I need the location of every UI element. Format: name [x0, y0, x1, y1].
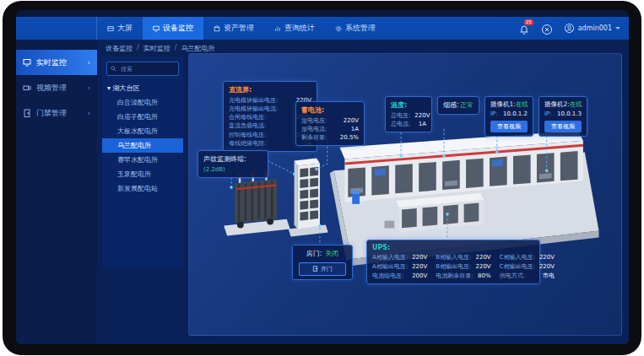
tab-device-monitoring[interactable]: 设备监控	[143, 17, 203, 40]
camera1-status: 在线	[516, 100, 528, 110]
tab-asset-management[interactable]: 资产管理	[203, 17, 264, 40]
camera1-view-video-button[interactable]: 查看视频	[490, 121, 528, 132]
camera2-ip-label: IP:	[544, 110, 552, 118]
dc-row-label: 控制母线电压:	[229, 131, 266, 139]
battery-row-value: 1A	[351, 125, 359, 133]
tab-system-management[interactable]: 系统管理	[325, 17, 386, 40]
open-door-label: 开门	[321, 265, 333, 273]
device-bezel: 大屏 设备监控 资产管理 查询统计 系统管理 25	[3, 1, 641, 355]
avatar-icon	[564, 23, 575, 34]
smoke-status: 正常	[460, 100, 474, 111]
tree-item[interactable]: 赛罕水配电所	[102, 153, 183, 167]
camera2-status: 在线	[570, 100, 582, 110]
dc-panel-title: 直流屏:	[229, 85, 311, 94]
fullscreen-button[interactable]	[541, 23, 553, 35]
camera1-ip-label: IP:	[490, 110, 498, 118]
floor-device-blue-top	[352, 191, 360, 194]
noise-title: 声纹监测终端:	[203, 154, 262, 164]
open-door-button[interactable]: 开门	[299, 262, 346, 276]
sidebar-item-label: 视频管理	[36, 83, 67, 94]
dc-row-label: 充电模块输出电压:	[229, 96, 278, 105]
ups-supply-mode-value: 市电	[543, 272, 555, 280]
temp-row-label: 总电流:	[391, 120, 410, 128]
temperature-title: 温度:	[391, 100, 426, 110]
camera2-view-video-button[interactable]: 查看视频	[544, 121, 582, 132]
ups-cell-label: C相输入电压:	[500, 253, 535, 262]
chevron-right-icon: ›	[88, 110, 90, 117]
battery-row-label: 放电电压:	[301, 116, 327, 125]
tree-item[interactable]: 白庙子配电所	[102, 110, 183, 124]
tree-item[interactable]: 大板水配电所	[102, 124, 183, 138]
temp-row-value: 220V	[414, 111, 430, 120]
dc-row-label: 充电模块输出电流:	[229, 105, 278, 113]
ups-cell-value: 200V	[412, 272, 427, 280]
search-icon	[111, 66, 116, 72]
tree-root-node[interactable]: ▾ 湖大台区	[102, 81, 183, 95]
breadcrumb-item[interactable]: 乌兰配电所	[181, 44, 214, 53]
ups-cell-label: 供电方式:	[500, 272, 525, 280]
ups-grid: A相输入电压:220V B相输入电压:220V C相输入电压:220V A相输出…	[372, 253, 534, 280]
door-label: 房门:	[306, 249, 322, 259]
sidebar-item-realtime-monitoring[interactable]: 实时监控 ›	[16, 50, 97, 75]
room-visualization-panel: 直流屏: 充电模块输出电压:220V 充电模块输出电流:3A 合闸母线电压:20…	[188, 53, 622, 336]
ups-cell-value: 220V	[475, 253, 490, 262]
tree-item[interactable]: 玉泉配电所	[102, 167, 183, 181]
sidebar-item-label: 实时监控	[36, 57, 67, 68]
breadcrumb-item[interactable]: 设备监控	[106, 44, 133, 53]
open-door-icon	[312, 266, 318, 272]
ups-cell-value: 220V	[539, 262, 555, 271]
ups-cell-label: A相输入电压:	[372, 253, 408, 262]
chart-icon	[274, 25, 281, 32]
tree-root-label: 湖大台区	[113, 84, 140, 92]
tab-label: 系统管理	[345, 23, 376, 34]
camera2-ip: 10.0.1.3	[557, 110, 582, 118]
transformer	[224, 169, 290, 235]
ups-title: UPS:	[372, 244, 534, 251]
ups-cell-label: A相输出电压:	[372, 262, 408, 271]
battery-title: 蓄电池:	[301, 105, 359, 115]
search-input[interactable]	[119, 65, 175, 73]
battery-row-label: 放电电流:	[301, 125, 327, 133]
dc-row-label: 母线绝缘电阻:	[229, 139, 266, 148]
sidebar-item-label: 门禁管理	[36, 108, 67, 119]
notifications-button[interactable]: 25	[518, 23, 530, 35]
callout-camera-1: 摄像机1:在线 IP:10.0.1.2 查看视频	[484, 96, 533, 137]
user-menu[interactable]: admin001	[564, 23, 620, 34]
callout-temperature: 温度: 总电压:220V 总电流:1A	[385, 96, 432, 132]
tree-search[interactable]	[106, 62, 179, 76]
callout-camera-2: 摄像机2:在线 IP:10.0.1.3 查看视频	[538, 96, 587, 137]
username: admin001	[578, 24, 612, 32]
floor-device-gray	[384, 221, 394, 229]
breadcrumb-item[interactable]: 实时监控	[143, 44, 170, 53]
callout-smoke-sensor: 烟感:正常	[437, 96, 479, 115]
ups-cell-label: 电池组电压:	[372, 272, 403, 280]
logo-zone	[16, 17, 97, 40]
body: 实时监控 › 视频管理 › 门禁管理 › 设备监控 / 实时监控 / 乌兰配电所	[16, 40, 629, 344]
chevron-down-icon	[615, 27, 620, 30]
chevron-right-icon: ›	[88, 59, 90, 67]
tree-item[interactable]: 新发展配电站	[102, 181, 183, 196]
tab-query-statistics[interactable]: 查询统计	[264, 17, 325, 40]
tree-item-selected[interactable]: 乌兰配电所	[102, 138, 183, 153]
dashboard-screen: 大屏 设备监控 资产管理 查询统计 系统管理 25	[16, 10, 629, 344]
ups-cell-label: 电池剩余容量:	[436, 272, 473, 280]
sidebar-item-video-management[interactable]: 视频管理 ›	[16, 75, 97, 100]
breadcrumb: 设备监控 / 实时监控 / 乌兰配电所	[106, 44, 214, 53]
tab-big-screen[interactable]: 大屏	[97, 17, 143, 40]
monitor-icon	[153, 25, 160, 32]
tree-item[interactable]: 白音淖配电所	[102, 95, 183, 110]
dc-row-label: 合闸母线电压:	[229, 113, 266, 121]
smoke-label: 烟感:	[443, 100, 459, 111]
battery-row-value: 20.5%	[340, 133, 359, 142]
notification-badge: 25	[524, 19, 533, 25]
camera1-label: 摄像机1:	[490, 100, 516, 110]
temp-row-value: 1A	[419, 120, 426, 128]
top-navbar: 大屏 设备监控 资产管理 查询统计 系统管理 25	[16, 17, 629, 40]
temp-row-label: 总电压:	[391, 111, 410, 120]
ups-cell-value: 220V	[539, 253, 555, 262]
sidebar-item-access-control[interactable]: 门禁管理 ›	[16, 100, 97, 126]
nav-tabs: 大屏 设备监控 资产管理 查询统计 系统管理	[97, 17, 386, 40]
dc-row-label: 直流负载电流:	[229, 121, 266, 130]
ups-cell-value: 220V	[412, 262, 427, 271]
callout-battery: 蓄电池: 放电电压:220V 放电电流:1A 剩余容量:20.5%	[295, 101, 365, 146]
